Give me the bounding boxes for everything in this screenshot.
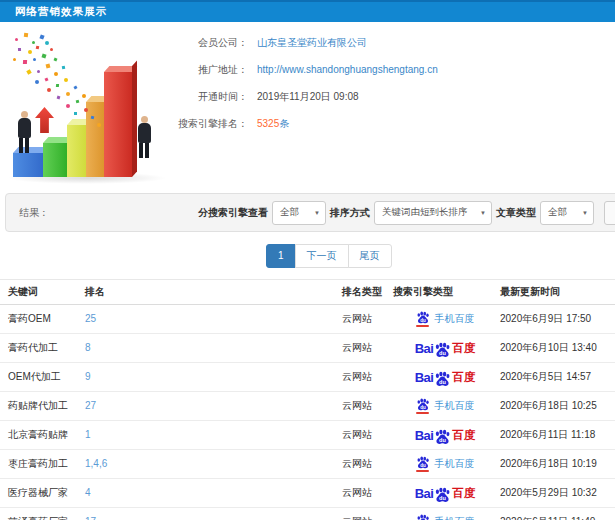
results-table: 关键词 排名 排名类型 搜索引擎类型 最新更新时间 膏药OEM25云网站du手机… — [0, 279, 615, 520]
engine-ranking-row: 搜索引擎排名： 5325条 — [0, 117, 615, 131]
rank-link[interactable]: 8 — [85, 342, 91, 353]
confetti-dot — [66, 104, 70, 108]
member-company-link[interactable]: 山东皇圣堂药业有限公司 — [257, 36, 367, 50]
rank-link[interactable]: 17 — [85, 516, 96, 520]
result-label: 结果： — [19, 194, 49, 231]
svg-text:du: du — [439, 495, 446, 501]
updated-time-cell: 2020年5月29日 10:32 — [500, 479, 597, 507]
keyword-cell: 膏药代加工 — [8, 334, 58, 362]
open-time-row: 开通时间： 2019年11月20日 09:08 — [0, 90, 615, 104]
table-row: 药贴牌代加工27云网站du手机百度2020年6月18日 10:25 — [0, 392, 615, 421]
confetti-dot — [42, 54, 47, 59]
mobile-baidu-label: 手机百度 — [435, 305, 475, 333]
promo-image — [5, 28, 185, 186]
keyword-cell: 药贴牌代加工 — [8, 392, 68, 420]
engine-cell: du手机百度 — [393, 508, 497, 520]
table-body: 膏药OEM25云网站du手机百度2020年6月9日 17:50膏药代加工8云网站… — [0, 305, 615, 520]
table-row: 膏药代加工8云网站Baidu百度2020年6月10日 13:40 — [0, 334, 615, 363]
keyword-cell: 医疗器械厂家 — [8, 479, 68, 507]
engine-filter-select[interactable]: 全部 ▼ — [272, 201, 326, 225]
article-type-label: 文章类型 — [496, 206, 536, 220]
promo-url-label: 推广地址： — [0, 63, 248, 77]
confetti-dot — [74, 112, 77, 115]
rank-type-cell: 云网站 — [342, 392, 372, 420]
page-button-1[interactable]: 1 — [266, 244, 296, 268]
engine-ranking-value: 5325条 — [257, 117, 289, 131]
rank-type-cell: 云网站 — [342, 479, 372, 507]
updated-time-cell: 2020年6月5日 14:57 — [500, 363, 591, 391]
keyword-cell: 北京膏药贴牌 — [8, 421, 68, 449]
baidu-logo: Baidu百度 — [415, 485, 476, 501]
confetti-dot — [84, 108, 88, 112]
keyword-cell: 枣庄膏药加工 — [8, 450, 68, 478]
mobile-baidu-label: 手机百度 — [435, 508, 475, 520]
engine-cell: du手机百度 — [393, 305, 497, 333]
chevron-down-icon: ▼ — [582, 210, 588, 216]
rank-link[interactable]: 1,4,6 — [85, 458, 107, 469]
rank-cell: 8 — [85, 334, 91, 362]
page-title: 网络营销效果展示 — [15, 5, 107, 17]
rank-link[interactable]: 9 — [85, 371, 91, 382]
table-header-row: 关键词 排名 排名类型 搜索引擎类型 最新更新时间 — [0, 279, 615, 305]
engine-cell: du手机百度 — [393, 450, 497, 478]
rank-link[interactable]: 27 — [85, 400, 96, 411]
sort-order-label: 排序方式 — [330, 206, 370, 220]
table-row: 菏泽膏药厂家17云网站du手机百度2020年6月11日 11:40 — [0, 508, 615, 520]
engine-view-label: 分搜索引擎查看 — [198, 206, 268, 220]
engine-cell: du手机百度 — [393, 392, 497, 420]
confetti-dot — [54, 58, 58, 62]
last-page-button[interactable]: 尾页 — [348, 244, 392, 268]
chart-bar-blue — [13, 153, 47, 177]
mobile-baidu-label: 手机百度 — [435, 450, 475, 478]
updated-time-cell: 2020年6月11日 11:40 — [500, 508, 595, 520]
next-page-button[interactable]: 下一页 — [295, 244, 349, 268]
rank-cell: 27 — [85, 392, 96, 420]
filter-bar: 结果： 分搜索引擎查看 全部 ▼ 排序方式 关键词由短到长排序 ▼ 文章类型 全… — [5, 193, 615, 232]
submit-button[interactable]: 提交 — [604, 201, 615, 225]
rank-cell: 1 — [85, 421, 91, 449]
open-time-label: 开通时间： — [0, 90, 248, 104]
chart-bar-green — [43, 143, 68, 177]
mobile-baidu-icon: du手机百度 — [416, 450, 475, 478]
table-row: 医疗器械厂家4云网站Baidu百度2020年5月29日 10:32 — [0, 479, 615, 508]
rank-link[interactable]: 25 — [85, 313, 96, 324]
rank-cell: 4 — [85, 479, 91, 507]
updated-time-cell: 2020年6月11日 11:18 — [500, 421, 595, 449]
mobile-baidu-label: 手机百度 — [435, 392, 475, 420]
confetti-dot — [73, 85, 77, 89]
confetti-dot — [28, 50, 32, 54]
page-header: 网络营销效果展示 — [0, 0, 615, 22]
keyword-cell: 菏泽膏药厂家 — [8, 508, 68, 520]
member-company-row: 会员公司： 山东皇圣堂药业有限公司 — [0, 36, 615, 50]
rank-cell: 1,4,6 — [85, 450, 107, 478]
baidu-logo: Baidu百度 — [415, 427, 476, 443]
engine-cell: Baidu百度 — [393, 479, 497, 507]
confetti-dot — [13, 58, 16, 61]
rank-type-cell: 云网站 — [342, 305, 372, 333]
sort-order-select[interactable]: 关键词由短到长排序 ▼ — [374, 201, 492, 225]
chevron-down-icon: ▼ — [314, 210, 320, 216]
rank-type-cell: 云网站 — [342, 334, 372, 362]
baidu-logo: Baidu百度 — [415, 340, 476, 356]
confetti-dot — [64, 78, 68, 82]
confetti-dot — [33, 58, 36, 61]
rank-link[interactable]: 1 — [85, 429, 91, 440]
svg-text:du: du — [420, 318, 426, 323]
engine-ranking-label: 搜索引擎排名： — [0, 117, 248, 131]
table-row: 膏药OEM25云网站du手机百度2020年6月9日 17:50 — [0, 305, 615, 334]
col-keyword: 关键词 — [8, 280, 38, 304]
ranking-unit: 条 — [279, 118, 289, 129]
confetti-dot — [35, 80, 39, 84]
filter-controls: 分搜索引擎查看 全部 ▼ 排序方式 关键词由短到长排序 ▼ 文章类型 全部 ▼ … — [198, 194, 615, 231]
article-type-select[interactable]: 全部 ▼ — [540, 201, 594, 225]
svg-text:du: du — [420, 463, 426, 468]
engine-filter-value: 全部 — [280, 206, 299, 219]
promo-url-link[interactable]: http://www.shandonghuangshengtang.cn — [257, 63, 438, 77]
rank-type-cell: 云网站 — [342, 450, 372, 478]
svg-text:du: du — [439, 379, 446, 385]
svg-text:du: du — [420, 405, 426, 410]
rank-link[interactable]: 4 — [85, 487, 91, 498]
chevron-down-icon: ▼ — [480, 210, 486, 216]
rank-cell: 9 — [85, 363, 91, 391]
col-rank-type: 排名类型 — [342, 280, 382, 304]
